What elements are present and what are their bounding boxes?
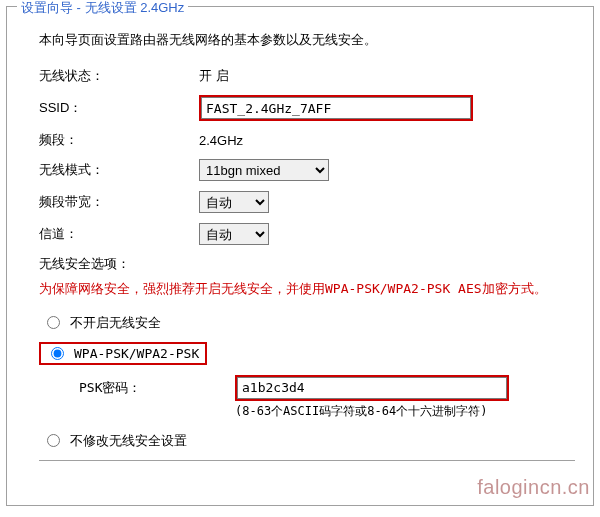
bandwidth-label: 频段带宽： bbox=[39, 193, 199, 211]
radio-row-wpa: WPA-PSK/WPA2-PSK bbox=[39, 342, 575, 365]
radio-unchanged[interactable] bbox=[47, 434, 60, 447]
row-band: 频段： 2.4GHz bbox=[39, 131, 575, 149]
wpa-highlight: WPA-PSK/WPA2-PSK bbox=[39, 342, 207, 365]
row-psk: PSK密码： bbox=[79, 375, 575, 401]
security-warning: 为保障网络安全，强烈推荐开启无线安全，并使用WPA-PSK/WPA2-PSK A… bbox=[39, 279, 575, 300]
row-bandwidth: 频段带宽： 自动 bbox=[39, 191, 575, 213]
bandwidth-select[interactable]: 自动 bbox=[199, 191, 269, 213]
ssid-highlight bbox=[199, 95, 473, 121]
radio-wpa-label: WPA-PSK/WPA2-PSK bbox=[74, 346, 199, 361]
ssid-input[interactable] bbox=[201, 97, 471, 119]
row-mode: 无线模式： 11bgn mixed bbox=[39, 159, 575, 181]
panel-title: 设置向导 - 无线设置 2.4GHz bbox=[17, 0, 188, 17]
psk-label: PSK密码： bbox=[79, 379, 235, 397]
mode-label: 无线模式： bbox=[39, 161, 199, 179]
psk-hint: (8-63个ASCII码字符或8-64个十六进制字符) bbox=[235, 403, 575, 420]
status-label: 无线状态： bbox=[39, 67, 199, 85]
watermark: falogincn.cn bbox=[477, 476, 590, 499]
wizard-panel: 设置向导 - 无线设置 2.4GHz 本向导页面设置路由器无线网络的基本参数以及… bbox=[6, 6, 594, 506]
divider bbox=[39, 460, 575, 461]
radio-none-label: 不开启无线安全 bbox=[70, 314, 161, 332]
channel-select[interactable]: 自动 bbox=[199, 223, 269, 245]
radio-unchanged-label: 不修改无线安全设置 bbox=[70, 432, 187, 450]
radio-row-none: 不开启无线安全 bbox=[39, 314, 575, 332]
panel-description: 本向导页面设置路由器无线网络的基本参数以及无线安全。 bbox=[39, 31, 575, 49]
radio-wpa[interactable] bbox=[51, 347, 64, 360]
row-ssid: SSID： bbox=[39, 95, 575, 121]
radio-none[interactable] bbox=[47, 316, 60, 329]
psk-input[interactable] bbox=[237, 377, 507, 399]
band-value: 2.4GHz bbox=[199, 133, 243, 148]
row-channel: 信道： 自动 bbox=[39, 223, 575, 245]
row-status: 无线状态： 开 启 bbox=[39, 67, 575, 85]
band-label: 频段： bbox=[39, 131, 199, 149]
psk-highlight bbox=[235, 375, 509, 401]
status-value: 开 启 bbox=[199, 67, 229, 85]
security-heading: 无线安全选项： bbox=[39, 255, 575, 273]
ssid-label: SSID： bbox=[39, 99, 199, 117]
panel-content: 本向导页面设置路由器无线网络的基本参数以及无线安全。 无线状态： 开 启 SSI… bbox=[7, 7, 593, 473]
channel-label: 信道： bbox=[39, 225, 199, 243]
mode-select[interactable]: 11bgn mixed bbox=[199, 159, 329, 181]
radio-row-unchanged: 不修改无线安全设置 bbox=[39, 432, 575, 450]
